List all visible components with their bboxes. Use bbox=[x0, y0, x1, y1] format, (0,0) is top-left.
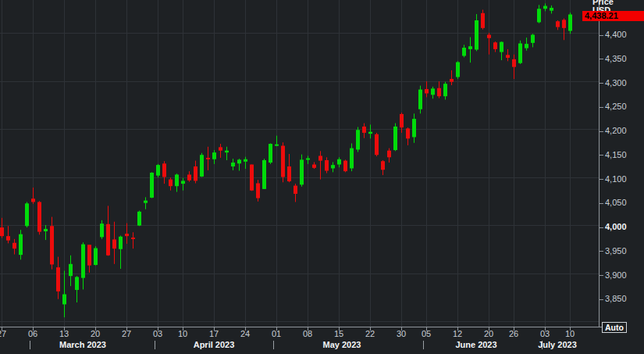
candle-down bbox=[194, 166, 197, 181]
candle-up bbox=[525, 44, 528, 48]
candle-down bbox=[406, 128, 410, 138]
candle-up bbox=[331, 165, 335, 168]
candle-up bbox=[356, 130, 360, 149]
candle-up bbox=[156, 165, 160, 176]
candle-down bbox=[450, 79, 454, 82]
candle-up bbox=[19, 234, 23, 255]
date-tick-label: 05 bbox=[422, 329, 431, 338]
candle-down bbox=[50, 226, 54, 264]
candle-up bbox=[412, 119, 416, 137]
candle-down bbox=[125, 234, 129, 236]
price-tick-4350: 4,350 bbox=[599, 55, 627, 63]
candle-wick bbox=[320, 151, 321, 179]
price-tick-label: 3,900 bbox=[605, 270, 627, 280]
candle-up bbox=[181, 181, 185, 184]
candle-down bbox=[512, 59, 516, 67]
price-tick-4250: 4,250 bbox=[599, 102, 627, 111]
candle-up bbox=[100, 223, 104, 237]
candle-down bbox=[294, 186, 297, 194]
candle-down bbox=[281, 146, 285, 177]
date-tick-label: 08 bbox=[303, 329, 312, 338]
candle-up bbox=[212, 152, 216, 159]
candle-wick bbox=[8, 226, 9, 243]
candle-up bbox=[550, 8, 553, 11]
candle-up bbox=[275, 145, 279, 146]
candle-wick bbox=[126, 223, 127, 244]
price-tick-label: 4,050 bbox=[605, 198, 627, 207]
date-tick-label: 24 bbox=[240, 329, 250, 338]
candle-wick bbox=[183, 178, 183, 191]
candle-down bbox=[375, 134, 379, 155]
candle-wick bbox=[226, 147, 227, 160]
tick-dash bbox=[599, 227, 603, 228]
date-tick-label: 01 bbox=[272, 329, 281, 338]
candle-down bbox=[131, 238, 135, 239]
date-tick-label: 27 bbox=[0, 329, 6, 338]
price-tick-4050: 4,050 bbox=[599, 198, 627, 207]
date-tick-label: 12 bbox=[453, 329, 462, 338]
price-tick-label: 4,150 bbox=[605, 150, 627, 159]
candle-up bbox=[468, 46, 472, 49]
month-label-may: May 2023 bbox=[323, 340, 361, 350]
candle-wick bbox=[370, 124, 371, 138]
candle-down bbox=[6, 236, 10, 241]
date-tick-label: 22 bbox=[365, 329, 375, 338]
date-tick-label: 06 bbox=[28, 329, 37, 338]
tick-dash bbox=[599, 107, 603, 108]
date-tick-label: 17 bbox=[209, 329, 219, 338]
candle-up bbox=[62, 295, 66, 305]
candle-up bbox=[393, 127, 397, 150]
price-tick-4300: 4,300 bbox=[599, 79, 627, 88]
price-tick-3900: 3,900 bbox=[599, 271, 627, 280]
candle-up bbox=[231, 163, 235, 166]
month-separator bbox=[273, 341, 274, 349]
candle-wick bbox=[45, 225, 46, 240]
tick-dash bbox=[599, 299, 603, 300]
month-label-july: July 2023 bbox=[538, 340, 577, 350]
candle-wick bbox=[245, 157, 246, 169]
candle-down bbox=[481, 13, 485, 28]
candle-up bbox=[44, 229, 48, 231]
candle-down bbox=[31, 198, 35, 202]
candle-up bbox=[225, 151, 229, 152]
candle-down bbox=[0, 227, 4, 236]
candle-down bbox=[343, 161, 347, 172]
tick-dash bbox=[599, 251, 603, 252]
candle-up bbox=[69, 264, 73, 276]
candle-down bbox=[106, 224, 110, 256]
candle-down bbox=[162, 163, 166, 177]
candle-down bbox=[256, 183, 260, 198]
candle-up bbox=[456, 63, 460, 77]
candle-up bbox=[75, 277, 79, 290]
tick-dash bbox=[599, 203, 603, 204]
candle-down bbox=[400, 114, 404, 127]
auto-scale-button[interactable]: Auto bbox=[602, 322, 627, 333]
candle-up bbox=[137, 212, 141, 226]
price-tick-label: 4,400 bbox=[605, 30, 627, 39]
candle-up bbox=[175, 174, 179, 186]
date-tick-label: 10 bbox=[565, 329, 575, 338]
month-separator bbox=[423, 341, 424, 349]
candle-up bbox=[475, 20, 479, 50]
candle-down bbox=[318, 156, 322, 160]
date-tick-label: 10 bbox=[178, 329, 187, 338]
candle-up bbox=[443, 84, 447, 96]
candle-wick bbox=[308, 156, 308, 163]
candle-down bbox=[87, 245, 91, 265]
candle-wick bbox=[470, 38, 471, 63]
candle-up bbox=[119, 237, 123, 249]
candle-down bbox=[487, 34, 491, 38]
candle-down bbox=[493, 42, 497, 49]
price-tick-label: 4,100 bbox=[605, 174, 627, 184]
candlestick-plot[interactable] bbox=[0, 0, 599, 327]
price-tick-3850: 3,850 bbox=[599, 295, 627, 303]
candle-down bbox=[362, 127, 366, 133]
candle-up bbox=[269, 144, 272, 163]
price-tick-4200: 4,200 bbox=[599, 127, 627, 135]
date-tick-label: 20 bbox=[91, 329, 100, 338]
price-tick-label: 3,850 bbox=[605, 294, 627, 303]
price-tick-label: 3,950 bbox=[605, 246, 627, 256]
candle-up bbox=[144, 201, 148, 203]
candle-down bbox=[287, 166, 291, 181]
candle-up bbox=[543, 6, 547, 9]
